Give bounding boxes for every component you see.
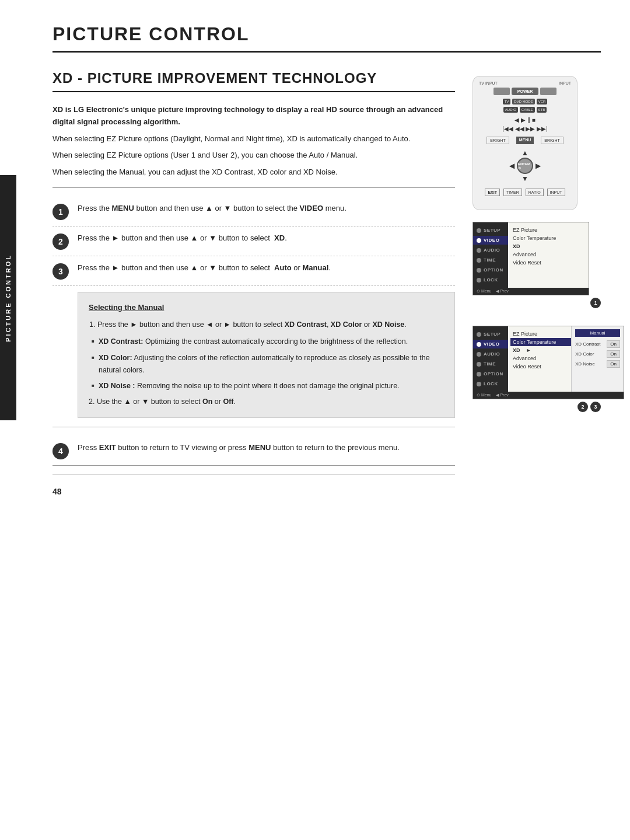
menu-screen-2-container: SETUP VIDEO AUDIO TIME OPTION LOCK EZ Pi…: [473, 326, 601, 412]
divider-1: [52, 187, 455, 188]
xd-noise-row: XD Noise On: [575, 359, 620, 369]
page-number: 48: [52, 487, 455, 496]
step-1-row: 1 Press the MENU button and then use ▲ o…: [52, 197, 455, 226]
xd-contrast-row: XD Contrast On: [575, 339, 620, 349]
section-title: XD - PICTURE IMPROVEMENT TECHNOLOGY: [52, 70, 455, 92]
manual-label: Manual: [575, 329, 620, 337]
sidebar-text: PICTURE CONTROL: [5, 254, 12, 342]
intro-text: XD is LG Electronic's unique picture imp…: [52, 104, 455, 179]
box-bullet3: XD Noise : Removing the noise up to the …: [92, 380, 444, 392]
page-title: PICTURE CONTROL: [52, 23, 601, 53]
menu-screen-1: SETUP VIDEO AUDIO TIME OPTION LOCK EZ Pi…: [473, 222, 589, 295]
box-step2: 2. Use the ▲ or ▼ button to select On or…: [89, 396, 444, 408]
box-bullet1: XD Contrast: Optimizing the contrast aut…: [92, 336, 444, 348]
step-2-row: 2 Press the ► button and then use ▲ or ▼…: [52, 226, 455, 256]
step-3-row: 3 Press the ► button and then use ▲ or ▼…: [52, 256, 455, 286]
box-bullet2: XD Color: Adjusting the colors of the re…: [92, 352, 444, 377]
divider-2: [52, 427, 455, 427]
xd-color-row: XD Color On: [575, 349, 620, 359]
step-1-circle: 1: [52, 204, 69, 220]
selecting-manual-box: Selecting the Manual Press the ► button …: [78, 292, 455, 418]
badge-2: 2: [578, 402, 588, 412]
badge-1: 1: [590, 298, 601, 308]
step-3-circle: 3: [52, 263, 69, 280]
badge-3: 3: [590, 402, 601, 412]
sidebar-label: PICTURE CONTROL: [0, 175, 16, 420]
badges-23: 2 3: [473, 402, 601, 412]
step-3-text: Press the ► button and then use ▲ or ▼ b…: [78, 262, 331, 274]
box-title: Selecting the Manual: [89, 301, 444, 314]
step-4-circle: 4: [52, 443, 69, 459]
box-step1: Press the ► button and then use ◄ or ► b…: [97, 319, 444, 331]
step-4-row: 4 Press EXIT button to return to TV view…: [52, 436, 455, 466]
step-2-text: Press the ► button and then use ▲ or ▼ b…: [78, 232, 287, 245]
step-2-circle: 2: [52, 233, 69, 250]
menu-screen-1-container: SETUP VIDEO AUDIO TIME OPTION LOCK EZ Pi…: [473, 222, 601, 308]
step-4-text: Press EXIT button to return to TV viewin…: [78, 442, 400, 454]
divider-3: [52, 475, 455, 475]
step-1-text: Press the MENU button and then use ▲ or …: [78, 203, 346, 215]
remote-control-image: TV INPUT INPUT POWER TV DVD MODE VCR: [473, 76, 578, 210]
arrow-cluster: ▲ ◀ ENTER ⊙ ▶ ▼: [509, 149, 541, 183]
menu-screen-2: SETUP VIDEO AUDIO TIME OPTION LOCK EZ Pi…: [473, 326, 624, 399]
